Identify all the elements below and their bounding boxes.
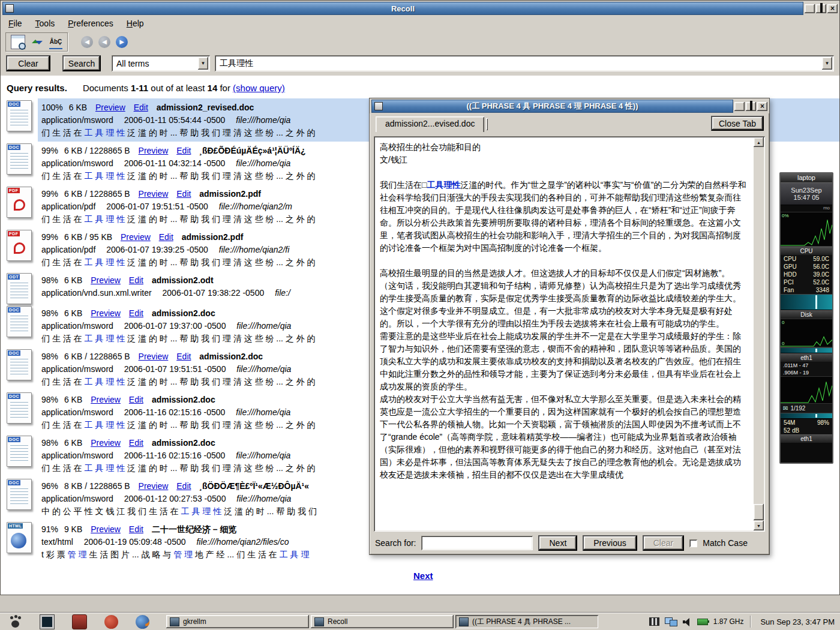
mime-type: application/msword — [41, 451, 113, 460]
edit-link[interactable]: Edit — [176, 146, 191, 155]
sort-parameters-icon[interactable] — [31, 35, 44, 49]
edit-link[interactable]: Edit — [129, 524, 143, 534]
edit-link[interactable]: Edit — [134, 103, 148, 112]
edit-link[interactable]: Edit — [129, 308, 143, 318]
preview-titlebar-drag-area[interactable]: ((工 PHRASE 4 具 PHRASE 4 理 PHRASE 4 性)) — [371, 100, 733, 113]
net-rows: .011M - 47.906M - 19 — [781, 362, 832, 376]
preview-link[interactable]: Preview — [139, 352, 169, 361]
file-type-icon — [7, 100, 32, 131]
snippet-segment: 们 生 活 在 — [41, 463, 85, 473]
close-icon[interactable]: × — [827, 4, 838, 13]
scrollbar[interactable]: ▲ ▼ — [754, 137, 764, 530]
preview-tab[interactable]: admission2...evised.doc — [376, 116, 484, 132]
search-mode-select[interactable]: All terms ▼ — [112, 55, 210, 71]
mem-percent: 98% — [817, 419, 829, 426]
scroll-up-icon[interactable]: ▲ — [754, 137, 764, 147]
window-list: gkrellm Recoll ((工 PHRASE 4 具 PHRASE ... — [166, 615, 598, 628]
edit-link[interactable]: Edit — [176, 481, 191, 491]
snippet-segment: 工 具 理 性 — [85, 377, 125, 386]
preview-link[interactable]: Preview — [91, 524, 121, 534]
volume-icon[interactable] — [683, 618, 692, 626]
preview-link[interactable]: Preview — [121, 232, 151, 242]
disk-chart: 0 0 — [781, 319, 832, 347]
preview-link[interactable]: Preview — [91, 438, 121, 448]
mime-type: application/msword — [41, 158, 113, 168]
result-title: admission2.doc — [152, 308, 215, 318]
battery-icon[interactable] — [697, 619, 708, 625]
term-explorer-icon[interactable]: ÂbÇ — [49, 35, 62, 49]
match-case-checkbox[interactable] — [689, 539, 697, 547]
preview-link[interactable]: Preview — [139, 481, 169, 491]
find-clear-button[interactable]: Clear — [643, 535, 684, 551]
minimize-icon[interactable] — [805, 4, 815, 13]
search-input[interactable] — [216, 59, 822, 68]
edit-link[interactable]: Edit — [159, 232, 173, 242]
chevron-down-icon[interactable]: ▼ — [822, 57, 832, 70]
preview-link[interactable]: Preview — [91, 395, 121, 404]
doc-url: file:///home/qia — [236, 321, 291, 331]
advanced-search-icon[interactable] — [11, 35, 25, 49]
firefox-launcher-icon[interactable] — [136, 615, 149, 629]
sensor-name: CPU — [784, 256, 796, 262]
app-launcher-icon-2[interactable] — [104, 615, 118, 629]
chevron-down-icon[interactable]: ▼ — [198, 57, 208, 70]
edit-link[interactable]: Edit — [129, 438, 143, 448]
close-tab-button[interactable]: Close Tab — [711, 116, 764, 131]
query-combo[interactable]: ▼ — [215, 55, 834, 71]
search-mode-value: All terms — [113, 59, 198, 68]
search-button[interactable]: Search — [62, 55, 101, 71]
edit-link[interactable]: Edit — [176, 352, 191, 361]
find-next-button[interactable]: Next — [538, 535, 577, 551]
preview-link[interactable]: Preview — [139, 189, 169, 199]
preview-link[interactable]: Preview — [95, 103, 125, 112]
preview-titlebar[interactable]: ((工 PHRASE 4 具 PHRASE 4 理 PHRASE 4 性)) × — [370, 98, 769, 113]
mime-type: text/html — [41, 537, 73, 547]
menu-item[interactable]: Help — [121, 17, 149, 30]
clear-button[interactable]: Clear — [6, 55, 50, 71]
titlebar-drag-area[interactable]: Recoll — [2, 2, 803, 15]
date-label: Sun23Sep — [791, 187, 821, 194]
gnome-foot-icon[interactable] — [8, 615, 22, 629]
maximize-icon[interactable] — [746, 102, 756, 111]
edit-link[interactable]: Edit — [176, 189, 191, 199]
snippet-segment: 们 生 活 在 — [41, 334, 85, 343]
preview-link[interactable]: Preview — [139, 146, 169, 155]
file-icon-column — [1, 434, 38, 477]
minimize-icon[interactable] — [734, 102, 745, 111]
sensor-name: HDD — [784, 271, 797, 278]
find-previous-button[interactable]: Previous — [583, 535, 637, 551]
next-results-link[interactable]: Next — [413, 571, 433, 581]
preview-link[interactable]: Preview — [91, 275, 121, 285]
close-icon[interactable]: × — [757, 102, 767, 111]
maximize-icon[interactable] — [816, 4, 826, 13]
edit-link[interactable]: Edit — [129, 395, 143, 404]
menu-item[interactable]: Tools — [30, 17, 61, 30]
tab-divider — [486, 118, 488, 130]
preview-paragraph: 文/钱江 — [380, 154, 746, 166]
terminal-launcher-icon[interactable] — [40, 614, 55, 629]
recoll-titlebar[interactable]: Recoll × — [1, 1, 839, 16]
keyboard-layout-icon[interactable] — [649, 617, 659, 626]
first-page-icon[interactable]: ◀ — [81, 36, 93, 48]
next-page-icon[interactable]: ▶ — [116, 36, 128, 48]
snippet-segment: 泛 滥 的 时 ... 帮 助 我 们 理 清 这 些 纷 ... 之 外 的 — [125, 171, 315, 181]
snippet-segment: 工 具 理 性 — [85, 214, 125, 224]
previous-page-icon[interactable]: ◀ — [98, 36, 110, 48]
task-button[interactable]: ((工 PHRASE 4 具 PHRASE ... — [455, 615, 598, 628]
menu-item[interactable]: File — [3, 17, 28, 30]
display-settings-icon[interactable] — [665, 617, 677, 626]
gkrellm-window[interactable]: laptop Sun23Sep 15:47 05 mo 0% CPU CPU 5… — [779, 172, 833, 464]
show-query-link[interactable]: (show query) — [233, 83, 285, 93]
preview-text-segment: 成功的校友对于公立大学当然有益无害，但不像对私立大学那么至关重要。但是选入未来社… — [380, 394, 741, 479]
app-launcher-icon[interactable] — [72, 614, 87, 629]
edit-link[interactable]: Edit — [129, 275, 143, 285]
sensor-row: HDD 39.0C — [781, 271, 832, 278]
find-input[interactable] — [421, 536, 533, 550]
relevance-percent: 99% — [41, 189, 58, 199]
task-button[interactable]: gkrellm — [166, 615, 309, 628]
menu-item[interactable]: Preferences — [62, 17, 119, 30]
scroll-down-icon[interactable]: ▼ — [754, 521, 764, 530]
scrollbar-thumb[interactable] — [754, 504, 764, 520]
preview-link[interactable]: Preview — [91, 308, 121, 318]
task-button[interactable]: Recoll — [311, 615, 454, 628]
